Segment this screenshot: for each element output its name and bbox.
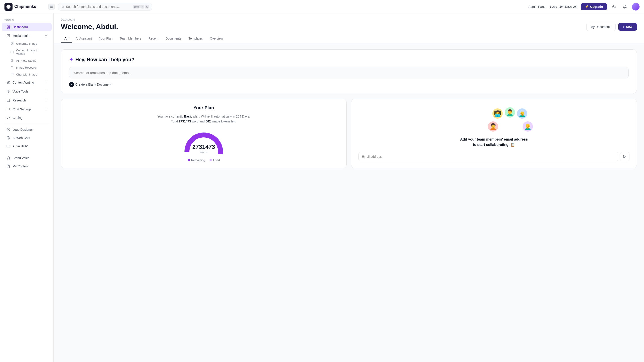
cards-row: Your Plan You have currently Basic plan.… [61,99,637,168]
create-blank-plus-icon: + [69,82,74,87]
plan-description: You have currently Basic plan. Will refi… [68,114,339,124]
chat-settings-label: Chat Settings [12,107,31,111]
legend-used: Used [210,158,220,162]
sidebar-item-content-writing[interactable]: Content Writing + [2,78,52,87]
voice-tools-icon [6,89,10,93]
moon-icon [612,5,616,9]
search-keyboard-shortcut: cmd + K [133,5,149,8]
team-card: 🧑‍💻 👨‍🦱 👨‍🦳 🧑‍🦱 👨‍🦲 Add your team member… [351,99,637,168]
team-email-input[interactable] [358,152,618,161]
tab-your-plan[interactable]: Your Plan [96,34,116,43]
coding-icon [6,116,10,120]
research-plus-icon[interactable]: + [45,98,47,103]
admin-panel-link[interactable]: Admin Panel [528,5,546,8]
donut-chart: 2731473 Words [181,129,226,154]
plan-card-title: Your Plan [68,105,339,110]
research-label: Research [12,98,26,102]
chat-settings-icon [6,107,10,111]
tools-section-label: TOOLS [0,17,54,23]
page-title-row: Welcome, Abdul. My Documents + New [61,22,637,34]
sidebar: TOOLS Dashboard Media Tools + Generate I… [0,13,54,362]
tab-ai-assistant[interactable]: AI Assistant [72,34,96,43]
logo-designer-label: Logo Designer [12,128,33,131]
ai-youtube-icon [6,144,10,148]
svg-rect-3 [7,27,8,28]
tab-team-members[interactable]: Team Members [116,34,145,43]
ai-search-input[interactable] [69,67,628,78]
search-icon [62,5,64,8]
team-avatar-5: 👨‍🦲 [522,121,534,132]
logo-icon [4,3,12,11]
dark-mode-button[interactable] [610,3,618,10]
sidebar-divider [4,124,50,124]
chat-settings-plus-icon[interactable]: + [45,107,47,111]
create-blank-button[interactable]: + Create a Blank Document [69,82,628,87]
image-research-label: Image Research [16,66,37,69]
sidebar-item-ai-photo-studio[interactable]: AI Photo Studio [2,57,52,64]
bolt-icon: ⚡ [585,5,589,8]
plan-badge: Basic - 264 Days Left [550,5,578,8]
legend-remaining-dot [188,159,190,161]
upgrade-button[interactable]: ⚡ Upgrade [581,3,607,10]
sidebar-toggle-button[interactable] [48,3,54,10]
coding-label: Coding [12,116,22,120]
sidebar-item-ai-youtube[interactable]: AI YouTube [2,142,52,150]
sidebar-item-image-research[interactable]: Image Research [2,64,52,71]
tab-templates[interactable]: Templates [185,34,206,43]
sidebar-item-dashboard[interactable]: Dashboard [2,23,52,31]
my-content-label: My Content [12,164,28,168]
chat-with-image-icon [10,73,14,76]
sidebar-item-ai-web-chat[interactable]: AI Web Chat [2,134,52,142]
notifications-button[interactable] [621,3,628,10]
team-avatar-1: 🧑‍💻 [492,108,503,119]
breadcrumb: Dashboard [61,18,637,21]
team-avatar-4: 🧑‍🦱 [487,121,499,132]
dashboard-icon [6,25,10,29]
voice-tools-plus-icon[interactable]: + [45,89,47,94]
sidebar-item-coding[interactable]: Coding [2,114,52,122]
svg-point-11 [11,66,13,68]
ai-assistant-card: ✦ Hey, How can I help you? + Create a Bl… [61,49,637,93]
svg-rect-9 [11,60,14,61]
sidebar-item-media-tools[interactable]: Media Tools + [2,31,52,40]
email-send-button[interactable] [620,152,630,161]
nav-right: Admin Panel Basic - 264 Days Left ⚡ Upgr… [528,3,640,10]
content-writing-plus-icon[interactable]: + [45,80,47,85]
sidebar-item-brand-voice[interactable]: Brand Voice [2,154,52,162]
sidebar-item-voice-tools[interactable]: Voice Tools + [2,87,52,96]
convert-image-label: Convert Image to Videos [16,49,47,55]
sidebar-item-logo-designer[interactable]: Logo Designer [2,126,52,134]
svg-point-7 [12,43,12,43]
tabs: All AI Assistant Your Plan Team Members … [61,34,637,43]
sidebar-item-chat-with-image[interactable]: Chat with Image [2,71,52,78]
sidebar-item-chat-settings[interactable]: Chat Settings + [2,105,52,113]
page-title: Welcome, Abdul. [61,22,118,31]
new-button[interactable]: + New [618,23,637,31]
sidebar-item-convert-image[interactable]: Convert Image to Videos [2,47,52,57]
media-tools-plus-icon[interactable]: + [45,33,47,38]
svg-marker-15 [8,146,9,147]
header-actions: My Documents + New [586,23,637,31]
my-documents-button[interactable]: My Documents [586,23,616,31]
sidebar-item-generate-image[interactable]: Generate Image [2,40,52,47]
ai-web-chat-icon [6,136,10,140]
content-writing-label: Content Writing [12,81,34,84]
global-search-input[interactable] [66,5,131,8]
tab-all[interactable]: All [61,34,72,43]
sidebar-item-research[interactable]: Research + [2,96,52,105]
sidebar-dashboard-label: Dashboard [12,25,28,29]
global-search-bar[interactable]: cmd + K [58,3,152,10]
ai-youtube-label: AI YouTube [12,144,28,148]
svg-rect-1 [7,26,8,27]
tab-recent[interactable]: Recent [145,34,162,43]
team-avatar-2: 👨‍🦱 [504,107,516,118]
tab-documents[interactable]: Documents [162,34,185,43]
my-content-icon [6,164,10,168]
convert-image-icon [10,50,14,54]
sidebar-item-my-content[interactable]: My Content [2,162,52,170]
brand-voice-label: Brand Voice [12,156,30,160]
user-avatar[interactable] [632,3,640,10]
media-tools-icon [6,34,10,38]
tab-overview[interactable]: Overview [206,34,226,43]
svg-rect-4 [8,27,10,28]
